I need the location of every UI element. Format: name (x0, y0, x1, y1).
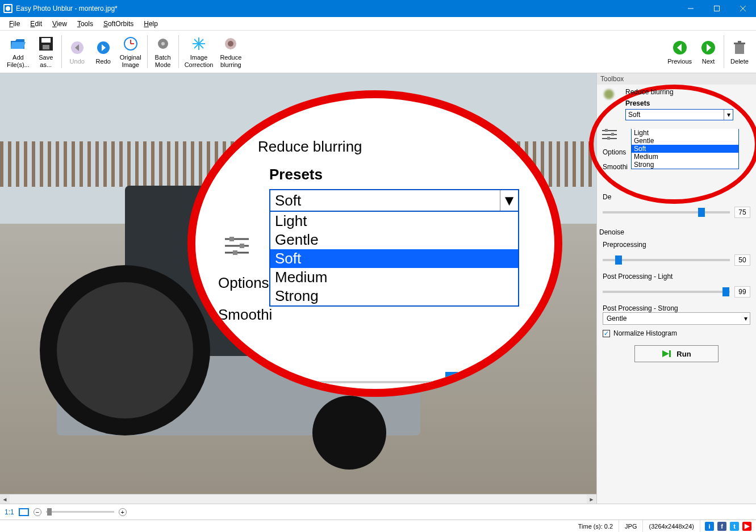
denoise-title: Denoise (599, 228, 750, 236)
presets-dropdown-list[interactable]: Light Gentle Soft Medium Strong (631, 129, 739, 169)
youtube-icon[interactable]: ▶ (742, 522, 751, 531)
redo-button[interactable]: Redo (90, 32, 116, 72)
info-icon[interactable]: i (705, 522, 714, 531)
save-as-button[interactable]: Save as... (33, 32, 59, 72)
options-label: Options (603, 148, 626, 156)
arrow-right-icon (699, 39, 717, 57)
svg-rect-3 (715, 6, 720, 11)
status-bar: Time (s): 0.2 JPG (3264x2448x24) i f t ▶ (0, 520, 756, 532)
add-files-button[interactable]: Add File(s)... (3, 32, 33, 72)
close-button[interactable] (730, 0, 756, 17)
svg-rect-7 (41, 38, 51, 43)
window-controls (678, 0, 756, 17)
floppy-icon (37, 35, 55, 53)
separator (178, 35, 179, 68)
preset-option-light[interactable]: Light (632, 129, 738, 137)
zoom-slider[interactable] (46, 511, 114, 513)
pp-light-value[interactable]: 99 (734, 286, 750, 298)
svg-rect-32 (233, 250, 237, 255)
status-format: JPG (619, 520, 643, 532)
label: Delete (730, 58, 749, 65)
run-label: Run (676, 350, 691, 358)
preprocessing-value[interactable]: 50 (734, 254, 750, 266)
redo-icon (94, 39, 112, 57)
label: Original Image (120, 54, 141, 68)
label: Add File(s)... (7, 54, 30, 68)
menu-view[interactable]: View (48, 19, 72, 29)
snowflake-icon (190, 35, 208, 53)
image-correction-button[interactable]: Image Correction (181, 32, 217, 72)
blur-icon (222, 35, 240, 53)
normalize-label: Normalize Histogram (613, 329, 677, 337)
horizontal-scrollbar[interactable]: ◄ ► (0, 494, 596, 504)
delete-button[interactable]: Delete (726, 32, 753, 72)
gear-icon (154, 35, 172, 53)
checkbox-icon: ✓ (603, 330, 610, 337)
normalize-histogram-checkbox[interactable]: ✓ Normalize Histogram (603, 329, 750, 337)
overlay-option-light[interactable]: Light (270, 212, 518, 231)
overlay-option-gentle[interactable]: Gentle (270, 231, 518, 249)
sliders-icon (602, 128, 617, 141)
batch-mode-button[interactable]: Batch Mode (150, 32, 176, 72)
svg-rect-31 (240, 244, 244, 248)
zoom-ratio[interactable]: 1:1 (5, 508, 14, 516)
window-title: Easy Photo Unblur - montero.jpg* (16, 5, 678, 12)
social-links: i f t ▶ (700, 522, 756, 531)
zoom-in-button[interactable]: + (119, 508, 127, 516)
detail-slider[interactable] (603, 211, 730, 213)
menu-file[interactable]: File (5, 19, 24, 29)
play-icon (662, 350, 671, 358)
chevron-down-icon: ▾ (724, 110, 733, 120)
image-canvas[interactable]: Reduce blurring Presets Soft ▼ Options S… (0, 73, 597, 504)
detail-label: De (603, 193, 750, 201)
preprocessing-slider[interactable] (603, 259, 730, 261)
run-button[interactable]: Run (634, 345, 719, 362)
svg-rect-36 (605, 129, 608, 132)
overlay-option-strong[interactable]: Strong (270, 287, 518, 305)
annotation-zoom-ellipse: Reduce blurring Presets Soft ▼ Options S… (187, 90, 562, 397)
menu-edit[interactable]: Edit (26, 19, 47, 29)
svg-rect-30 (229, 237, 234, 241)
chevron-down-icon: ▼ (500, 190, 518, 211)
overlay-option-medium[interactable]: Medium (270, 268, 518, 287)
preset-option-strong[interactable]: Strong (632, 161, 738, 169)
svg-rect-37 (611, 133, 614, 136)
overlay-option-soft[interactable]: Soft (270, 249, 518, 268)
label: Batch Mode (155, 54, 171, 68)
pp-light-slider[interactable] (603, 291, 730, 293)
svg-point-1 (6, 6, 10, 11)
scroll-right-icon[interactable]: ► (587, 495, 596, 504)
label: Save as... (39, 54, 53, 68)
preset-option-soft[interactable]: Soft (632, 145, 738, 153)
reduce-blurring-button[interactable]: Reduce blurring (216, 32, 245, 72)
svg-point-15 (161, 42, 165, 45)
facebook-icon[interactable]: f (717, 522, 726, 531)
preset-option-gentle[interactable]: Gentle (632, 137, 738, 145)
original-image-button[interactable]: Original Image (116, 32, 145, 72)
menu-softorbits[interactable]: SoftOrbits (99, 19, 138, 29)
menu-tools[interactable]: Tools (73, 19, 98, 29)
toolbox-title: Toolbox (597, 73, 756, 85)
twitter-icon[interactable]: t (730, 522, 739, 531)
presets-select[interactable]: Soft ▾ (625, 109, 733, 120)
arrow-left-icon (671, 39, 689, 57)
minimize-button[interactable] (678, 0, 704, 17)
svg-rect-25 (734, 43, 745, 44)
overlay-preset-dropdown[interactable]: Light Gentle Soft Medium Strong (269, 212, 519, 307)
overlay-preset-select[interactable]: Soft ▼ (269, 189, 519, 212)
pp-strong-select[interactable]: Gentle ▾ (603, 312, 750, 325)
undo-button[interactable]: Undo (64, 32, 90, 72)
overlay-title: Reduce blurring (258, 138, 537, 156)
toolbox-panel: Toolbox Reduce blurring Presets Soft ▾ L… (597, 73, 756, 504)
scroll-left-icon[interactable]: ◄ (0, 495, 10, 504)
preset-option-medium[interactable]: Medium (632, 153, 738, 161)
detail-value[interactable]: 75 (734, 207, 750, 218)
previous-button[interactable]: Previous (664, 32, 695, 72)
chevron-down-icon: ▾ (744, 315, 747, 322)
smoothing-label: Smoothi (603, 163, 628, 171)
next-button[interactable]: Next (695, 32, 721, 72)
menu-help[interactable]: Help (139, 19, 162, 29)
zoom-out-button[interactable]: − (34, 508, 41, 516)
maximize-button[interactable] (704, 0, 730, 17)
fit-to-window-icon[interactable] (19, 508, 29, 516)
